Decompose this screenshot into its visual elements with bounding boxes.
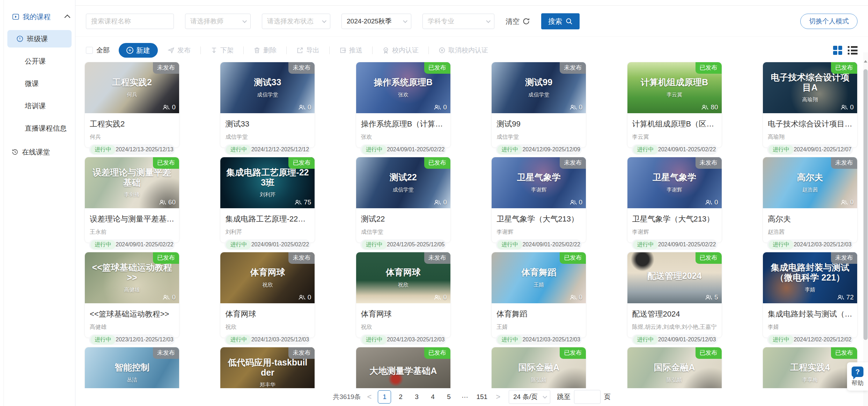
page-number[interactable]: 4	[426, 390, 439, 404]
publish-action[interactable]: 发布	[168, 46, 191, 55]
course-teacher: 李谢辉	[496, 229, 582, 236]
course-card[interactable]: 卫星气象学 李谢辉 未发布 0 卫星气象学（大气213） 李谢辉 进行中 202…	[627, 157, 722, 243]
teacher-select[interactable]: 请选择教师	[185, 14, 251, 29]
cover-title: 误差理论与测量平差基础	[90, 167, 174, 188]
course-card[interactable]: 体育舞蹈 王婧 已发布 0 体育舞蹈 王婧 进行中 2024/12/03-202…	[491, 252, 586, 338]
select-all-checkbox[interactable]	[86, 47, 93, 54]
search-input[interactable]	[91, 17, 169, 25]
course-title: 卫星气象学（大气213）	[496, 212, 582, 224]
page-numbers: 12345···151	[378, 390, 490, 404]
course-card[interactable]: 工程实践2 何兵 未发布 0 工程实践2 何兵 进行中 2024/12/13-2…	[84, 62, 179, 148]
cover-title: 高尔夫	[797, 172, 823, 182]
student-count: 60	[159, 198, 176, 206]
course-title: 测试33	[225, 117, 310, 129]
course-card[interactable]: 操作系统原理B 张欢 已发布 0 操作系统原理B（计算机22... 张欢 进行中…	[356, 62, 451, 148]
course-card[interactable]: 体育网球 祝欣 未发布 0 体育网球 祝欣 进行中 2024/12/03-202…	[356, 252, 451, 338]
export-action[interactable]: 导出	[296, 46, 319, 55]
course-card[interactable]: 卫星气象学 李谢辉 未发布 0 卫星气象学（大气213） 李谢辉 进行中 202…	[491, 157, 586, 243]
page-number[interactable]: 151	[474, 390, 490, 404]
course-cover: 测试99 成信学堂 未发布 0	[492, 62, 586, 113]
course-card[interactable]: 配送管理2024 已发布 5 配送管理2024 陈煜,胡云涛,刘成华,刘小艳,王…	[627, 252, 722, 338]
course-card[interactable]: <<篮球基础运动教程>> 高健雄 已发布 0 <<篮球基础运动教程>> 高健雄 …	[84, 252, 179, 338]
top-divider	[75, 0, 868, 6]
course-card[interactable]: 工程实践4 李享梅 已发布 工程实践4 进行中	[763, 347, 858, 388]
sidebar-item-training-course[interactable]: 培训课	[4, 97, 75, 115]
teacher-select-placeholder: 请选择教师	[190, 17, 223, 26]
push-action[interactable]: 推送	[339, 46, 362, 55]
status-pill: 进行中	[497, 145, 522, 154]
sidebar-group-my-courses[interactable]: 我的课程	[4, 10, 75, 23]
page-size-select[interactable]: 24 条/页	[509, 390, 550, 404]
scrollbar-thumb[interactable]	[863, 69, 868, 340]
course-card[interactable]: 体育网球 祝欣 未发布 0 体育网球 祝欣 进行中 2024/12/03-202…	[220, 252, 315, 338]
course-cover: 智能控制 丛洁 未发布	[85, 347, 179, 388]
course-card[interactable]: 国际金融A 陈弘婧 已发布 国际金融A 进行中	[491, 347, 586, 388]
divider	[200, 46, 201, 54]
course-title: 配送管理2024	[632, 307, 718, 319]
course-cover: 体育舞蹈 王婧 已发布 0	[492, 252, 586, 303]
course-card[interactable]: 计算机组成原理B 李云冀 已发布 80 计算机组成原理B（区块链... 李云冀 …	[627, 62, 722, 148]
search-button-label: 搜索	[548, 17, 562, 26]
page-number[interactable]: 5	[442, 390, 455, 404]
scrollbar-up-arrow[interactable]	[864, 60, 867, 63]
course-card[interactable]: 高尔夫 赵浩茜 未发布 0 高尔夫 赵浩茜 进行中 2024/12/03-202…	[763, 157, 858, 243]
student-count-value: 0	[443, 198, 447, 206]
course-card[interactable]: 测试22 成信学堂 已发布 0 测试22 成信学堂 进行中 2024/12/05…	[356, 157, 451, 243]
course-card[interactable]: 测试33 成信学堂 未发布 0 测试33 成信学堂 进行中 2024/12/12…	[220, 62, 315, 148]
course-card[interactable]: 低代码应用-taskbuilder 郑丰华 未发布 低代码应用-taskbuil…	[220, 347, 315, 388]
course-name-search-field[interactable]	[86, 14, 174, 29]
certify-action[interactable]: 校内认证	[382, 46, 419, 55]
page-number[interactable]: 2	[394, 390, 407, 404]
search-button[interactable]: 搜索	[541, 13, 580, 29]
course-dates: 2024/09/01-2025/02/22	[387, 146, 445, 153]
new-course-button[interactable]: + 新建	[119, 43, 158, 58]
list-view-icon[interactable]	[848, 46, 858, 55]
course-card[interactable]: 误差理论与测量平差基础 李剑锋 已发布 60 误差理论与测量平差基础... 王永…	[84, 157, 179, 243]
course-card[interactable]: 集成电路封装与测试（微电科学 221） 李婧 未发布 72 集成电路封装与测试（…	[763, 252, 858, 338]
next-page-arrow[interactable]: >	[494, 392, 502, 401]
delete-action[interactable]: 删除	[253, 46, 277, 55]
help-widget[interactable]: ? 帮助	[847, 362, 868, 391]
sidebar-item-micro-course[interactable]: 微课	[4, 75, 75, 92]
course-card[interactable]: 测试99 成信学堂 未发布 0 测试99 成信学堂 进行中 2024/12/09…	[491, 62, 586, 148]
clear-filters-button[interactable]: 清空	[506, 17, 530, 26]
course-card[interactable]: 集成电路工艺原理-223班 刘利芹 已发布 75 集成电路工艺原理-223班..…	[220, 157, 315, 243]
uncertify-action[interactable]: 取消校内认证	[439, 46, 488, 55]
sidebar: 我的课程 班级课 公开课 微课 培训课 直播课程信息 在线课堂	[3, 0, 75, 406]
course-meta: 进行中 2024/09/01-2025/02/22	[632, 144, 718, 155]
info-circle-icon	[16, 35, 23, 42]
course-card[interactable]: 大地测量学基础A 已发布 大地测量学基础A 进行中	[356, 347, 451, 388]
course-card[interactable]: 智能控制 丛洁 未发布 智能控制 进行中	[84, 347, 179, 388]
page-number[interactable]: 3	[410, 390, 423, 404]
page-number[interactable]: 1	[378, 390, 391, 404]
course-card[interactable]: 国际金融A 陈弘婧 已发布 国际金融A 进行中	[627, 347, 722, 388]
scrollbar-track[interactable]	[863, 52, 868, 406]
take-down-action[interactable]: 下架	[211, 46, 234, 55]
status-pill: 进行中	[226, 145, 251, 154]
course-teacher: 王婧	[496, 324, 582, 331]
publish-status-badge: 已发布	[696, 62, 722, 74]
term-select[interactable]: 2024-2025秋季	[341, 14, 411, 29]
course-dates: 2024/12/03-2025/12/03	[522, 336, 580, 343]
cover-title: 大地测量学基础A	[369, 366, 437, 376]
sidebar-item-online-classroom[interactable]: 在线课堂	[4, 143, 75, 161]
cover-title: 测试22	[390, 172, 417, 182]
publish-status-select[interactable]: 请选择发布状态	[262, 14, 330, 29]
prev-page-arrow[interactable]: <	[366, 392, 373, 401]
sidebar-item-open-course[interactable]: 公开课	[4, 52, 75, 70]
grid-view-icon[interactable]	[833, 46, 842, 55]
cover-author: 李享梅	[802, 377, 818, 383]
course-grid-clip: 工程实践2 何兵 未发布 0 工程实践2 何兵 进行中 2024/12/13-2…	[75, 62, 868, 388]
switch-personal-mode-button[interactable]: 切换个人模式	[800, 14, 858, 29]
course-card[interactable]: 电子技术综合设计项目A 高瑜翔 已发布 0 电子技术综合设计项目A（... 高瑜…	[763, 62, 858, 148]
course-meta: 进行中 2024/12/03-2025/12/03	[767, 239, 853, 250]
card-body: 卫星气象学（大气213） 李谢辉 进行中 2024/09/01-2025/02/…	[492, 208, 586, 250]
course-cover: 误差理论与测量平差基础 李剑锋 已发布 60	[85, 157, 179, 208]
subject-select[interactable]: 学科专业	[422, 14, 494, 29]
course-title: 误差理论与测量平差基础...	[89, 212, 175, 224]
status-pill: 进行中	[768, 145, 794, 154]
page-number[interactable]: ···	[458, 390, 471, 404]
sidebar-item-live-course-info[interactable]: 直播课程信息	[4, 119, 75, 137]
jump-page-input[interactable]	[574, 390, 601, 404]
sidebar-item-class-course[interactable]: 班级课	[7, 30, 72, 48]
